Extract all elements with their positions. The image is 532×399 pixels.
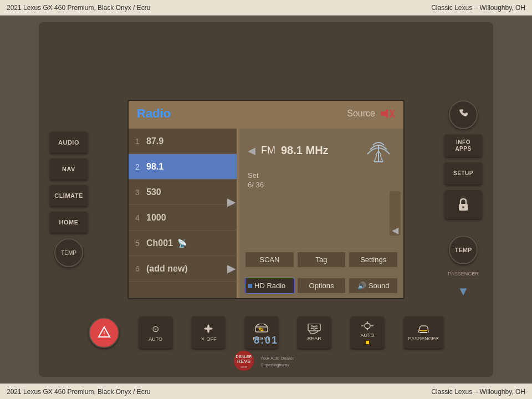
chevron-down-icon[interactable]: ▼ [457,284,469,299]
temp-label-left: TEMP [61,250,76,256]
radio-display: ◀ FM 98.1 MHz [239,129,403,298]
signal-strength-icon [362,134,395,167]
svg-text:DEALER: DEALER [236,355,252,359]
source-label: Source [347,109,375,119]
scan-button[interactable]: SCAN [245,252,294,268]
passenger-bc-label: PASSENGER [408,336,439,341]
seat-heat-button[interactable]: PASSENGER [404,316,443,349]
rear-defrost-button[interactable]: REAR [298,316,331,349]
dashboard: AUDIO NAV CLIMATE HOME TEMP Radio Source [39,22,493,377]
fan-off-button[interactable]: ✕ OFF [192,316,225,349]
freq-row: ◀ FM 98.1 MHz [248,134,395,167]
options-button[interactable]: Options [297,278,346,294]
bottom-bar: 2021 Lexus GX 460 Premium, Black Onyx / … [0,383,532,399]
preset-item-1[interactable]: 1 87.9 [129,129,237,154]
set-count: 6/ 36 [248,181,395,189]
prev-station-button[interactable]: ◀ [248,145,255,157]
infotainment-screen: Radio Source 1 [127,100,405,299]
preset-list: 1 87.9 2 98.1 3 530 4 1000 [129,129,237,298]
temp-warning-button[interactable]: ! [89,318,119,348]
warning-icon: ! [98,326,111,339]
svg-text:SuperHighway: SuperHighway [260,362,289,367]
screen-inner: Radio Source 1 [129,101,403,298]
lock-icon [456,197,471,212]
svg-rect-0 [381,111,385,116]
bottom-bar-right: Classic Lexus – Willoughby, OH [431,388,525,396]
passenger-label: PASSENGER [448,271,478,277]
satellite-icon: 📡 [177,239,187,248]
seat-icon [417,324,429,334]
svg-line-8 [374,155,377,162]
fan-icon [203,323,214,334]
svg-point-17 [365,323,370,329]
radio-header: Radio Source [137,106,395,121]
temp-knob-left[interactable]: TEMP [54,238,83,267]
top-bar-right: Classic Lexus – Willoughby, OH [431,4,525,12]
source-area: Source [347,108,395,120]
rear-defrost-icon [307,324,321,334]
settings-button[interactable]: Settings [349,252,398,268]
climate-button[interactable]: CLIMATE [50,185,88,206]
climate-icon [361,321,374,330]
preset-item-6[interactable]: 6 (add new) [129,256,237,282]
top-bar-left: 2021 Lexus GX 460 Premium, Black Onyx / … [7,4,150,12]
bottom-buttons-row2: HD Radio Options 🔊 Sound [239,278,403,294]
front-defrost-icon [254,324,269,334]
main-content: AUDIO NAV CLIMATE HOME TEMP Radio Source [0,16,532,383]
phone-icon [457,109,469,121]
svg-text:REVS: REVS [237,359,251,364]
info-apps-button[interactable]: INFO APPS [444,135,482,157]
right-controls: INFO APPS SETUP TEMP PASSENGER ▼ [444,100,482,299]
top-bar: 2021 Lexus GX 460 Premium, Black Onyx / … [0,0,532,16]
auto-button[interactable]: ⊙ AUTO [139,316,172,349]
hd-radio-button[interactable]: HD Radio [245,278,294,294]
svg-text:!: ! [103,330,105,336]
radio-title: Radio [137,106,171,121]
bottom-control-bar: ! ⊙ AUTO ✕ OFF [89,310,443,355]
phone-button[interactable] [449,100,478,129]
sound-button[interactable]: 🔊 Sound [349,278,398,294]
svg-text:.com: .com [240,365,247,369]
preset-item-4[interactable]: 4 1000 [129,205,237,231]
bottom-bar-left: 2021 Lexus GX 460 Premium, Black Onyx / … [7,388,150,396]
watermark: DEALER REVS .com Your Auto Dealer SuperH… [233,350,299,374]
home-button[interactable]: HOME [50,212,88,233]
sound-icon: 🔊 [357,282,366,290]
digital-clock: 8:01 [254,335,278,346]
preset-item-2[interactable]: 2 98.1 [129,154,237,180]
audio-button[interactable]: AUDIO [50,132,88,153]
svg-text:Your Auto Dealer: Your Auto Dealer [260,356,294,361]
set-label: Set [248,171,395,180]
hd-indicator [248,284,252,288]
auto-climate-button[interactable]: AUTO [351,316,384,349]
tag-button[interactable]: Tag [297,252,346,268]
nav-arrow-down[interactable]: ▶ [227,262,236,275]
svg-line-9 [380,155,383,162]
svg-marker-1 [385,109,388,119]
preset-item-3[interactable]: 3 530 [129,180,237,205]
fan-label: ✕ OFF [201,336,217,342]
freq-display: 98.1 MHz [281,144,329,157]
bottom-buttons-row1: SCAN Tag Settings [239,252,403,268]
setup-button[interactable]: SETUP [444,162,482,185]
lock-button[interactable] [444,190,482,219]
nav-button[interactable]: NAV [50,158,88,180]
freq-band: FM [261,145,275,156]
preset-item-5[interactable]: 5 Ch001 📡 [129,231,237,256]
auto-indicator [366,341,369,344]
svg-point-11 [462,206,464,208]
volume-handle: ◀ [392,225,398,236]
left-controls: AUDIO NAV CLIMATE HOME TEMP [50,132,88,267]
temp-label-right: TEMP [455,247,472,253]
volume-slider[interactable]: ◀ [390,191,401,236]
nav-arrow-up[interactable]: ▶ [227,195,236,208]
mute-icon[interactable] [380,108,395,120]
temp-knob-right[interactable]: TEMP [449,236,478,264]
